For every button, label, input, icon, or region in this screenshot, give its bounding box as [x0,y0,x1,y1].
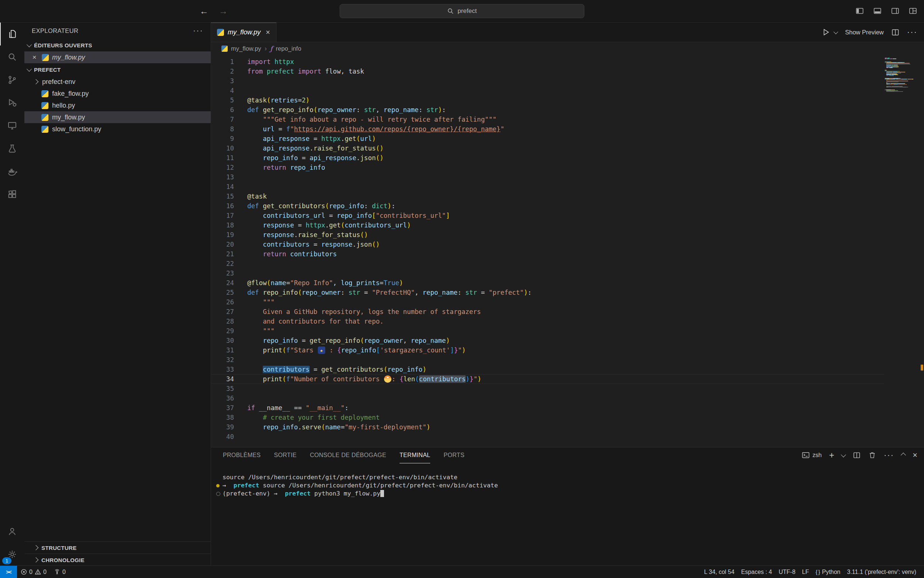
run-debug-icon[interactable] [0,91,24,114]
panel-tab[interactable]: SORTIE [274,448,296,463]
terminal-shell-selector[interactable]: zsh [802,452,822,459]
settings-gear-icon[interactable]: 1 [0,543,24,566]
code-line[interactable]: 22 [211,259,884,268]
search-icon[interactable] [0,45,24,68]
kill-terminal-icon[interactable] [868,451,876,459]
tree-item[interactable]: slow_function.py [24,123,211,135]
minimap[interactable] [884,55,924,447]
nav-forward-icon[interactable]: → [219,6,228,16]
eol[interactable]: LF [799,566,812,578]
code-line[interactable]: 28 and contributors for that repo. [211,317,884,326]
code-line[interactable]: 19 response.raise_for_status() [211,230,884,240]
code-line[interactable]: 14 [211,182,884,192]
panel-tab[interactable]: PORTS [443,448,464,463]
more-actions-icon[interactable]: ··· [884,454,894,457]
code-line[interactable]: 8 url = f"https://api.github.com/repos/{… [211,124,884,134]
code-line[interactable]: 9 api_response = httpx.get(url) [211,134,884,143]
python-interpreter[interactable]: 3.11.1 ('prefect-env': venv) [844,566,919,578]
code-line[interactable]: 17 contributors_url = repo_info["contrib… [211,211,884,221]
tab-my-flow[interactable]: my_flow.py × [211,23,277,42]
sidebar-section-chronologie[interactable]: CHRONOLOGIE [24,554,211,566]
close-icon[interactable]: × [266,28,270,37]
panel-tab[interactable]: CONSOLE DE DÉBOGAGE [310,448,386,463]
code-line[interactable]: 20 contributors = response.json() [211,240,884,249]
customize-layout-icon[interactable] [908,6,918,16]
split-editor-icon[interactable] [891,28,900,37]
code-line[interactable]: 2from prefect import flow, task [211,67,884,76]
split-terminal-icon[interactable] [853,451,861,459]
code-line[interactable]: 23 [211,268,884,278]
code-line[interactable]: 21 return contributors [211,249,884,259]
code-line[interactable]: 6def get_repo_info(repo_owner: str, repo… [211,105,884,115]
language-mode[interactable]: { } Python [812,566,844,578]
code-line[interactable]: 26 """ [211,297,884,307]
testing-icon[interactable] [0,137,24,160]
code-line[interactable]: 33 contributors = get_contributors(repo_… [211,365,884,374]
sidebar-section-structure[interactable]: STRUCTURE [24,541,211,554]
code-line[interactable]: 30 repo_info = get_repo_info(repo_owner,… [211,336,884,346]
problems-status[interactable]: 0 0 [17,566,50,578]
maximize-panel-icon[interactable] [901,453,906,458]
code-line[interactable]: 35 [211,384,884,393]
code-line[interactable]: 24@flow(name="Repo Info", log_prints=Tru… [211,278,884,288]
nav-back-icon[interactable]: ← [200,6,209,16]
code-line[interactable]: 5@task(retries=2) [211,96,884,105]
more-actions-icon[interactable]: ··· [193,29,203,32]
project-header[interactable]: PREFECT [24,63,211,76]
run-python-file-icon[interactable] [822,28,830,37]
panel-tab[interactable]: PROBLÈMES [223,448,261,463]
code-line[interactable]: 38 # create your first deployment [211,413,884,422]
source-control-icon[interactable] [0,68,24,91]
run-dropdown-icon[interactable] [834,29,838,34]
explorer-icon[interactable] [0,23,24,45]
command-decoration-icon[interactable] [216,492,220,496]
cursor-position[interactable]: L 34, col 54 [701,566,738,578]
remote-explorer-icon[interactable] [0,114,24,137]
close-icon[interactable]: × [30,53,39,62]
indentation[interactable]: Espaces : 4 [738,566,775,578]
code-line[interactable]: 40 [211,432,884,442]
code-line[interactable]: 18 response = httpx.get(contributors_url… [211,221,884,230]
code-line[interactable]: 27 Given a GitHub repository, logs the n… [211,307,884,317]
code-line[interactable]: 1import httpx [211,57,884,67]
show-preview-button[interactable]: Show Preview [845,29,884,36]
extensions-icon[interactable] [0,183,24,206]
code-line[interactable]: 25def repo_info(repo_owner: str = "Prefe… [211,288,884,297]
accounts-icon[interactable] [0,520,24,543]
code-line[interactable]: 16def get_contributors(repo_info: dict): [211,201,884,211]
docker-icon[interactable] [0,160,24,183]
code-line[interactable]: 3 [211,76,884,86]
code-line[interactable]: 39 repo_info.serve(name="my-first-deploy… [211,422,884,432]
code-line[interactable]: 31 print(f"Stars : {repo_info['stargazer… [211,346,884,355]
breadcrumb-file[interactable]: my_flow.py [231,45,261,52]
code-line[interactable]: 37if __name__ == "__main__": [211,403,884,413]
code-line[interactable]: 12 return repo_info [211,163,884,172]
ports-status[interactable]: 0 [50,566,70,578]
open-editor-item[interactable]: ×my_flow.py [24,51,211,63]
panel-tab[interactable]: TERMINAL [400,448,430,463]
command-center-search[interactable]: prefect [340,4,584,18]
more-actions-icon[interactable]: ··· [907,31,918,34]
tree-item[interactable]: prefect-env [24,76,211,88]
code-line[interactable]: 34 print(f"Number of contributors : {len… [211,374,884,384]
code-line[interactable]: 7 """Get info about a repo - will retry … [211,115,884,124]
code-line[interactable]: 4 [211,86,884,96]
encoding[interactable]: UTF-8 [775,566,799,578]
code-line[interactable]: 11 repo_info = api_response.json() [211,153,884,163]
code-line[interactable]: 10 api_response.raise_for_status() [211,143,884,153]
terminal-dropdown-icon[interactable] [841,452,846,458]
code-line[interactable]: 13 [211,172,884,182]
breadcrumb-symbol[interactable]: repo_info [276,45,301,52]
remote-indicator[interactable]: >< [0,566,17,578]
tree-item[interactable]: fake_flow.py [24,88,211,99]
open-editors-header[interactable]: ÉDITEURS OUVERTS [24,39,211,51]
close-panel-icon[interactable]: × [913,450,918,460]
new-terminal-icon[interactable]: + [829,451,834,459]
toggle-panel-icon[interactable] [873,6,882,16]
code-line[interactable]: 29 """ [211,326,884,336]
toggle-secondary-sidebar-icon[interactable] [891,6,900,16]
code-line[interactable]: 36 [211,393,884,403]
tree-item[interactable]: my_flow.py [24,111,211,123]
toggle-primary-sidebar-icon[interactable] [855,6,864,16]
code-line[interactable]: 15@task [211,192,884,201]
